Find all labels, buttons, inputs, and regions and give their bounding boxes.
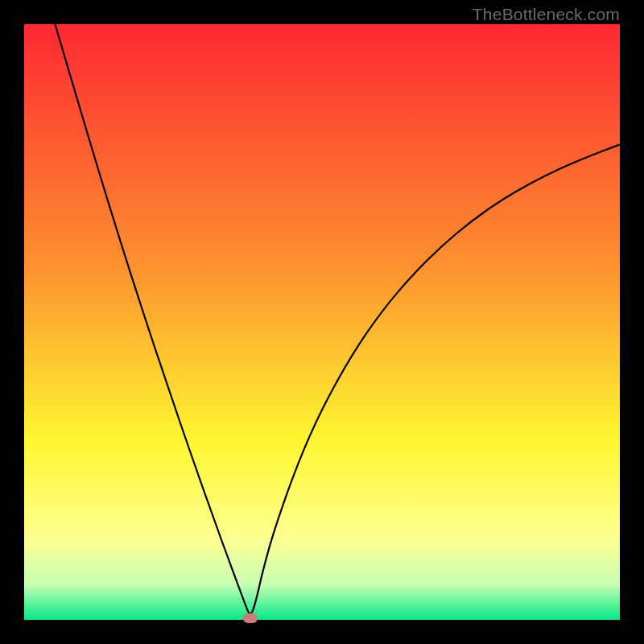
gradient-background [24, 24, 620, 620]
minimum-marker [243, 613, 258, 623]
chart-frame [24, 24, 620, 620]
watermark-text: TheBottleneck.com [473, 5, 620, 24]
chart-svg [24, 24, 620, 620]
